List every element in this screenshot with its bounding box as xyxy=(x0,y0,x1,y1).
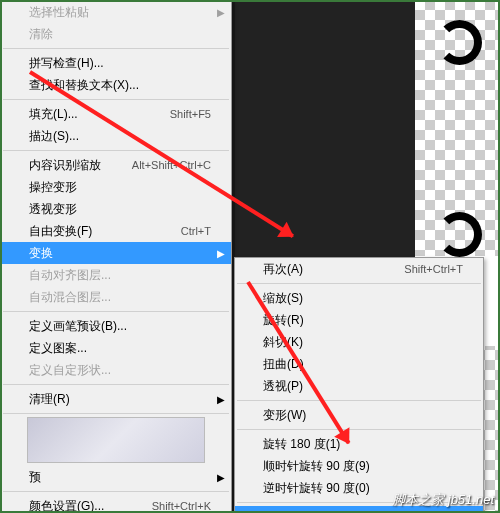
menu-item-label: 选择性粘贴 xyxy=(29,4,211,21)
menu-separator xyxy=(237,283,481,284)
sub_menu-item[interactable]: 扭曲(D) xyxy=(235,353,483,375)
main_menu-item: 清除 xyxy=(1,23,231,45)
transform-submenu[interactable]: 再次(A)Shift+Ctrl+T缩放(S)旋转(R)斜切(K)扭曲(D)透视(… xyxy=(234,257,484,513)
menu-item-shortcut: Shift+Ctrl+T xyxy=(404,263,463,275)
menu-item-label: 预 xyxy=(29,469,211,486)
menu-item-shortcut: Shift+Ctrl+K xyxy=(152,500,211,512)
sub_menu-item[interactable]: 透视(P) xyxy=(235,375,483,397)
main_menu-item[interactable]: 透视变形 xyxy=(1,198,231,220)
menu-item-label: 斜切(K) xyxy=(263,334,463,351)
sub_menu-item[interactable]: 缩放(S) xyxy=(235,287,483,309)
submenu-arrow-icon: ▶ xyxy=(217,7,225,18)
sub_menu-item[interactable]: 顺时针旋转 90 度(9) xyxy=(235,455,483,477)
menu-item-label: 再次(A) xyxy=(263,261,404,278)
main_menu-item: 自动对齐图层... xyxy=(1,264,231,286)
canvas-shape xyxy=(437,212,482,257)
sub_menu-item[interactable]: 变形(W) xyxy=(235,404,483,426)
menu-item-label: 颜色设置(G)... xyxy=(29,498,152,514)
menu-separator xyxy=(3,491,229,492)
menu-item-label: 定义图案... xyxy=(29,340,211,357)
menu-separator xyxy=(3,48,229,49)
menu-item-label: 透视(P) xyxy=(263,378,463,395)
main_menu-item[interactable]: 自由变换(F)Ctrl+T xyxy=(1,220,231,242)
menu-item-label: 清除 xyxy=(29,26,211,43)
main_menu-item[interactable]: 拼写检查(H)... xyxy=(1,52,231,74)
menu-item-label: 自由变换(F) xyxy=(29,223,181,240)
main_menu-item[interactable]: 预▶ xyxy=(1,466,231,488)
menu-item-label: 水平翻转(H) xyxy=(263,509,463,514)
watermark-text: 脚本之家 jb51.net xyxy=(392,491,494,509)
preset-preview[interactable] xyxy=(27,417,205,463)
menu-item-label: 透视变形 xyxy=(29,201,211,218)
main_menu-item: 自动混合图层... xyxy=(1,286,231,308)
menu-item-shortcut: Ctrl+T xyxy=(181,225,211,237)
menu-separator xyxy=(3,413,229,414)
main_menu-item[interactable]: 填充(L)...Shift+F5 xyxy=(1,103,231,125)
menu-separator xyxy=(3,384,229,385)
menu-item-label: 清理(R) xyxy=(29,391,211,408)
menu-item-label: 自动对齐图层... xyxy=(29,267,211,284)
menu-item-label: 变换 xyxy=(29,245,211,262)
menu-separator xyxy=(3,150,229,151)
menu-item-shortcut: Shift+F5 xyxy=(170,108,211,120)
main_menu-item[interactable]: 清理(R)▶ xyxy=(1,388,231,410)
main_menu-item: 选择性粘贴▶ xyxy=(1,1,231,23)
menu-item-label: 自动混合图层... xyxy=(29,289,211,306)
menu-item-label: 操控变形 xyxy=(29,179,211,196)
submenu-arrow-icon: ▶ xyxy=(217,394,225,405)
main_menu-item[interactable]: 颜色设置(G)...Shift+Ctrl+K xyxy=(1,495,231,513)
menu-item-label: 拼写检查(H)... xyxy=(29,55,211,72)
menu-item-label: 旋转 180 度(1) xyxy=(263,436,463,453)
menu-item-label: 内容识别缩放 xyxy=(29,157,132,174)
menu-item-label: 定义自定形状... xyxy=(29,362,211,379)
main_menu-item: 定义自定形状... xyxy=(1,359,231,381)
menu-separator xyxy=(3,311,229,312)
main_menu-item[interactable]: 操控变形 xyxy=(1,176,231,198)
sub_menu-item[interactable]: 再次(A)Shift+Ctrl+T xyxy=(235,258,483,280)
main_menu-item[interactable]: 定义图案... xyxy=(1,337,231,359)
menu-item-label: 定义画笔预设(B)... xyxy=(29,318,211,335)
submenu-arrow-icon: ▶ xyxy=(217,472,225,483)
submenu-arrow-icon: ▶ xyxy=(217,248,225,259)
main_menu-item[interactable]: 定义画笔预设(B)... xyxy=(1,315,231,337)
menu-separator xyxy=(237,400,481,401)
main_menu-item[interactable]: 变换▶ xyxy=(1,242,231,264)
sub_menu-item[interactable]: 斜切(K) xyxy=(235,331,483,353)
menu-item-label: 旋转(R) xyxy=(263,312,463,329)
menu-separator xyxy=(3,99,229,100)
canvas-shape xyxy=(437,20,482,65)
menu-item-label: 顺时针旋转 90 度(9) xyxy=(263,458,463,475)
menu-item-label: 变形(W) xyxy=(263,407,463,424)
menu-separator xyxy=(237,429,481,430)
menu-item-label: 缩放(S) xyxy=(263,290,463,307)
